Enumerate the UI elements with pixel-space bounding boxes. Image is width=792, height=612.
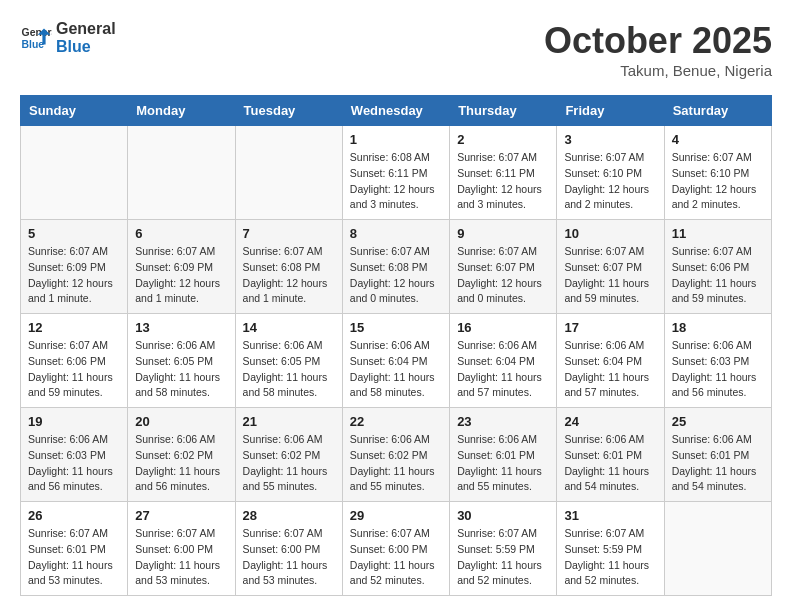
calendar-week-row: 19Sunrise: 6:06 AM Sunset: 6:03 PM Dayli… <box>21 408 772 502</box>
day-number: 15 <box>350 320 442 335</box>
calendar-day-14: 14Sunrise: 6:06 AM Sunset: 6:05 PM Dayli… <box>235 314 342 408</box>
calendar-day-29: 29Sunrise: 6:07 AM Sunset: 6:00 PM Dayli… <box>342 502 449 596</box>
calendar-day-8: 8Sunrise: 6:07 AM Sunset: 6:08 PM Daylig… <box>342 220 449 314</box>
calendar-day-16: 16Sunrise: 6:06 AM Sunset: 6:04 PM Dayli… <box>450 314 557 408</box>
day-info: Sunrise: 6:07 AM Sunset: 6:00 PM Dayligh… <box>350 526 442 589</box>
day-info: Sunrise: 6:06 AM Sunset: 6:04 PM Dayligh… <box>564 338 656 401</box>
calendar-week-row: 26Sunrise: 6:07 AM Sunset: 6:01 PM Dayli… <box>21 502 772 596</box>
day-number: 25 <box>672 414 764 429</box>
title-block: October 2025 Takum, Benue, Nigeria <box>544 20 772 79</box>
day-info: Sunrise: 6:06 AM Sunset: 6:02 PM Dayligh… <box>350 432 442 495</box>
day-number: 24 <box>564 414 656 429</box>
calendar-day-3: 3Sunrise: 6:07 AM Sunset: 6:10 PM Daylig… <box>557 126 664 220</box>
logo-icon: General Blue <box>20 22 52 54</box>
day-number: 14 <box>243 320 335 335</box>
weekday-header-monday: Monday <box>128 96 235 126</box>
day-info: Sunrise: 6:06 AM Sunset: 6:03 PM Dayligh… <box>672 338 764 401</box>
logo-line2: Blue <box>56 38 116 56</box>
logo: General Blue General Blue <box>20 20 116 55</box>
day-info: Sunrise: 6:07 AM Sunset: 5:59 PM Dayligh… <box>457 526 549 589</box>
day-number: 10 <box>564 226 656 241</box>
day-number: 18 <box>672 320 764 335</box>
day-number: 23 <box>457 414 549 429</box>
day-info: Sunrise: 6:07 AM Sunset: 6:08 PM Dayligh… <box>350 244 442 307</box>
day-info: Sunrise: 6:07 AM Sunset: 6:07 PM Dayligh… <box>564 244 656 307</box>
calendar-day-5: 5Sunrise: 6:07 AM Sunset: 6:09 PM Daylig… <box>21 220 128 314</box>
day-info: Sunrise: 6:06 AM Sunset: 6:04 PM Dayligh… <box>350 338 442 401</box>
calendar-day-4: 4Sunrise: 6:07 AM Sunset: 6:10 PM Daylig… <box>664 126 771 220</box>
day-number: 16 <box>457 320 549 335</box>
calendar-day-6: 6Sunrise: 6:07 AM Sunset: 6:09 PM Daylig… <box>128 220 235 314</box>
day-number: 11 <box>672 226 764 241</box>
day-info: Sunrise: 6:06 AM Sunset: 6:02 PM Dayligh… <box>135 432 227 495</box>
day-info: Sunrise: 6:06 AM Sunset: 6:05 PM Dayligh… <box>243 338 335 401</box>
day-number: 27 <box>135 508 227 523</box>
calendar-day-empty <box>21 126 128 220</box>
day-info: Sunrise: 6:07 AM Sunset: 6:07 PM Dayligh… <box>457 244 549 307</box>
calendar-day-28: 28Sunrise: 6:07 AM Sunset: 6:00 PM Dayli… <box>235 502 342 596</box>
calendar-week-row: 12Sunrise: 6:07 AM Sunset: 6:06 PM Dayli… <box>21 314 772 408</box>
calendar-day-7: 7Sunrise: 6:07 AM Sunset: 6:08 PM Daylig… <box>235 220 342 314</box>
day-number: 17 <box>564 320 656 335</box>
day-info: Sunrise: 6:07 AM Sunset: 6:09 PM Dayligh… <box>135 244 227 307</box>
day-number: 26 <box>28 508 120 523</box>
day-number: 22 <box>350 414 442 429</box>
calendar-day-22: 22Sunrise: 6:06 AM Sunset: 6:02 PM Dayli… <box>342 408 449 502</box>
logo-line1: General <box>56 20 116 38</box>
day-number: 12 <box>28 320 120 335</box>
calendar-day-18: 18Sunrise: 6:06 AM Sunset: 6:03 PM Dayli… <box>664 314 771 408</box>
weekday-header-sunday: Sunday <box>21 96 128 126</box>
day-info: Sunrise: 6:07 AM Sunset: 6:00 PM Dayligh… <box>243 526 335 589</box>
day-info: Sunrise: 6:06 AM Sunset: 6:01 PM Dayligh… <box>672 432 764 495</box>
calendar-day-19: 19Sunrise: 6:06 AM Sunset: 6:03 PM Dayli… <box>21 408 128 502</box>
calendar-day-27: 27Sunrise: 6:07 AM Sunset: 6:00 PM Dayli… <box>128 502 235 596</box>
calendar-day-10: 10Sunrise: 6:07 AM Sunset: 6:07 PM Dayli… <box>557 220 664 314</box>
weekday-header-saturday: Saturday <box>664 96 771 126</box>
location: Takum, Benue, Nigeria <box>544 62 772 79</box>
day-number: 29 <box>350 508 442 523</box>
day-number: 9 <box>457 226 549 241</box>
day-number: 5 <box>28 226 120 241</box>
weekday-header-tuesday: Tuesday <box>235 96 342 126</box>
calendar-day-21: 21Sunrise: 6:06 AM Sunset: 6:02 PM Dayli… <box>235 408 342 502</box>
svg-text:Blue: Blue <box>22 38 45 49</box>
calendar-day-empty <box>664 502 771 596</box>
day-number: 4 <box>672 132 764 147</box>
day-number: 7 <box>243 226 335 241</box>
calendar-day-1: 1Sunrise: 6:08 AM Sunset: 6:11 PM Daylig… <box>342 126 449 220</box>
calendar-day-empty <box>128 126 235 220</box>
calendar-day-empty <box>235 126 342 220</box>
day-number: 28 <box>243 508 335 523</box>
calendar-day-31: 31Sunrise: 6:07 AM Sunset: 5:59 PM Dayli… <box>557 502 664 596</box>
calendar-day-2: 2Sunrise: 6:07 AM Sunset: 6:11 PM Daylig… <box>450 126 557 220</box>
day-number: 19 <box>28 414 120 429</box>
day-number: 31 <box>564 508 656 523</box>
weekday-header-wednesday: Wednesday <box>342 96 449 126</box>
day-info: Sunrise: 6:07 AM Sunset: 6:10 PM Dayligh… <box>672 150 764 213</box>
calendar-day-13: 13Sunrise: 6:06 AM Sunset: 6:05 PM Dayli… <box>128 314 235 408</box>
day-number: 20 <box>135 414 227 429</box>
calendar-week-row: 5Sunrise: 6:07 AM Sunset: 6:09 PM Daylig… <box>21 220 772 314</box>
day-number: 30 <box>457 508 549 523</box>
calendar-day-23: 23Sunrise: 6:06 AM Sunset: 6:01 PM Dayli… <box>450 408 557 502</box>
day-info: Sunrise: 6:07 AM Sunset: 6:01 PM Dayligh… <box>28 526 120 589</box>
day-info: Sunrise: 6:07 AM Sunset: 6:11 PM Dayligh… <box>457 150 549 213</box>
day-info: Sunrise: 6:07 AM Sunset: 6:06 PM Dayligh… <box>672 244 764 307</box>
calendar-day-9: 9Sunrise: 6:07 AM Sunset: 6:07 PM Daylig… <box>450 220 557 314</box>
day-info: Sunrise: 6:06 AM Sunset: 6:05 PM Dayligh… <box>135 338 227 401</box>
month-title: October 2025 <box>544 20 772 62</box>
day-number: 1 <box>350 132 442 147</box>
day-info: Sunrise: 6:07 AM Sunset: 6:10 PM Dayligh… <box>564 150 656 213</box>
weekday-header-thursday: Thursday <box>450 96 557 126</box>
day-number: 13 <box>135 320 227 335</box>
day-info: Sunrise: 6:06 AM Sunset: 6:03 PM Dayligh… <box>28 432 120 495</box>
calendar-day-26: 26Sunrise: 6:07 AM Sunset: 6:01 PM Dayli… <box>21 502 128 596</box>
day-info: Sunrise: 6:08 AM Sunset: 6:11 PM Dayligh… <box>350 150 442 213</box>
day-info: Sunrise: 6:07 AM Sunset: 5:59 PM Dayligh… <box>564 526 656 589</box>
day-info: Sunrise: 6:06 AM Sunset: 6:01 PM Dayligh… <box>564 432 656 495</box>
day-info: Sunrise: 6:07 AM Sunset: 6:06 PM Dayligh… <box>28 338 120 401</box>
calendar-day-12: 12Sunrise: 6:07 AM Sunset: 6:06 PM Dayli… <box>21 314 128 408</box>
day-info: Sunrise: 6:07 AM Sunset: 6:09 PM Dayligh… <box>28 244 120 307</box>
calendar-day-20: 20Sunrise: 6:06 AM Sunset: 6:02 PM Dayli… <box>128 408 235 502</box>
calendar-table: SundayMondayTuesdayWednesdayThursdayFrid… <box>20 95 772 596</box>
